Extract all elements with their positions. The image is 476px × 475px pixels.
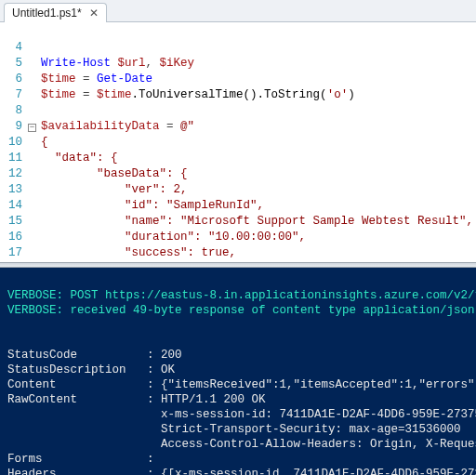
code-body: 4 5Write-Host $url, $iKey 6$time = Get-D… — [0, 22, 476, 262]
output-value: x-ms-session-id: 7411DA1E-D2AF-4DD6-959E… — [161, 408, 476, 421]
output-value: Access-Control-Allow-Headers: Origin, X-… — [161, 438, 476, 451]
console-output[interactable]: VERBOSE: POST https://eastus-8.in.applic… — [0, 268, 476, 475]
output-value: HTTP/1.1 200 OK — [161, 393, 266, 406]
file-tab[interactable]: Untitled1.ps1* ✕ — [4, 3, 107, 22]
output-label: RawContent — [7, 392, 147, 407]
fold-icon[interactable]: − — [28, 124, 36, 132]
output-value: Strict-Transport-Security: max-age=31536… — [161, 423, 461, 436]
tab-title: Untitled1.ps1* — [12, 7, 82, 20]
close-icon[interactable]: ✕ — [87, 7, 100, 20]
output-label: StatusCode — [7, 348, 147, 363]
verbose-line: VERBOSE: POST https://eastus-8.in.applic… — [7, 289, 476, 302]
tab-bar: Untitled1.ps1* ✕ — [0, 0, 476, 22]
output-label: Forms — [7, 452, 147, 467]
output-value: {[x-ms-session-id, 7411DA1E-D2AF-4DD6-95… — [161, 468, 476, 475]
output-label: Headers — [7, 467, 147, 475]
output-label: StatusDescription — [7, 363, 147, 377]
output-label: Content — [7, 377, 147, 392]
verbose-line: VERBOSE: received 49-byte response of co… — [7, 304, 476, 317]
output-value: 200 — [161, 349, 182, 362]
code-editor[interactable]: 4 5Write-Host $url, $iKey 6$time = Get-D… — [0, 22, 476, 262]
output-value: {"itemsReceived":1,"itemsAccepted":1,"er… — [161, 378, 476, 391]
output-value: OK — [161, 363, 175, 376]
